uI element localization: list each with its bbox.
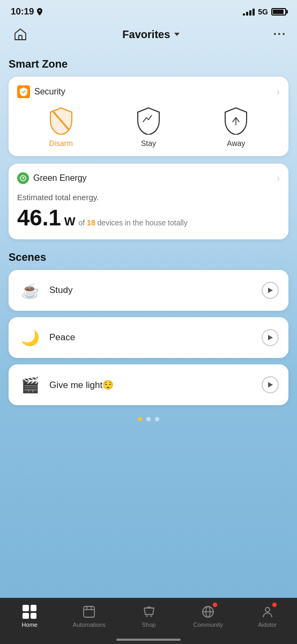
home-nav-icon	[22, 604, 37, 619]
nav-home[interactable]: Home	[13, 604, 46, 628]
scene-study-left: ☕ Study	[18, 279, 72, 302]
security-actions: Disarm Stay	[17, 107, 280, 148]
nav-shop[interactable]: Shop	[133, 604, 165, 628]
security-card-header: Security ›	[17, 85, 280, 98]
page-dots	[9, 412, 288, 429]
scene-light-label: Give me light😌	[49, 379, 114, 391]
status-time: 10:19	[11, 6, 43, 17]
energy-card-header: Green Energy ›	[17, 172, 280, 184]
away-button[interactable]: Away	[222, 107, 250, 148]
status-right: 5G	[243, 8, 286, 16]
status-bar: 10:19 5G	[0, 0, 297, 20]
energy-suffix: of 18 devices in the house totally	[79, 218, 188, 227]
page-dot-2[interactable]	[146, 417, 151, 421]
disarm-icon	[47, 107, 75, 135]
energy-label-group: Green Energy	[17, 172, 87, 184]
energy-chevron-icon[interactable]: ›	[277, 173, 280, 184]
nav-automations[interactable]: Automations	[73, 604, 106, 628]
svg-marker-4	[268, 288, 273, 293]
svg-point-16	[265, 608, 270, 612]
away-icon	[222, 107, 250, 135]
battery-icon	[271, 8, 286, 16]
disarm-button[interactable]: Disarm	[47, 107, 75, 148]
nav-aidotor[interactable]: Aidotor	[251, 604, 284, 628]
energy-number: 46.1	[17, 205, 61, 231]
disarm-label: Disarm	[49, 139, 72, 148]
home-indicator-bar	[116, 639, 181, 641]
nav-home-label: Home	[22, 621, 38, 628]
scene-study-play-button[interactable]	[262, 282, 279, 299]
scenes-title: Scenes	[9, 251, 288, 264]
community-nav-icon	[201, 604, 216, 619]
scene-light-left: 🎬 Give me light😌	[18, 373, 114, 397]
location-icon	[36, 8, 43, 16]
scene-peace-label: Peace	[49, 332, 75, 343]
stay-label: Stay	[141, 139, 156, 148]
svg-rect-0	[19, 35, 22, 40]
svg-point-11	[146, 616, 147, 617]
smart-zone-title: Smart Zone	[9, 58, 288, 70]
security-shield-icon	[17, 85, 30, 98]
home-icon[interactable]	[11, 25, 30, 44]
stay-icon	[135, 107, 162, 135]
scene-give-me-light-card: 🎬 Give me light😌	[9, 364, 288, 405]
security-label-group: Security	[17, 85, 65, 98]
away-label: Away	[227, 139, 245, 148]
dropdown-icon	[173, 31, 181, 38]
aidotor-badge	[272, 603, 277, 607]
scene-peace-left: 🌙 Peace	[18, 326, 75, 349]
nav-shop-label: Shop	[142, 621, 156, 628]
svg-rect-7	[84, 606, 94, 617]
shop-nav-icon	[142, 604, 157, 619]
security-card: Security › Disarm	[9, 77, 288, 156]
energy-card: Green Energy › Estimated total energy. 4…	[9, 164, 288, 239]
bottom-nav: Home Automations Shop	[0, 598, 297, 639]
signal-icon	[243, 9, 255, 16]
more-button[interactable]: ···	[273, 27, 286, 41]
scene-peace-card: 🌙 Peace	[9, 317, 288, 358]
scene-light-icon: 🎬	[18, 373, 42, 397]
scene-study-card: ☕ Study	[9, 270, 288, 311]
scenes-section: Scenes ☕ Study 🌙 Peace	[9, 249, 288, 412]
scene-study-icon: ☕	[18, 279, 42, 302]
automations-nav-icon	[81, 604, 96, 619]
5g-label: 5G	[258, 8, 268, 16]
security-chevron-icon[interactable]: ›	[277, 86, 280, 98]
nav-community[interactable]: Community	[192, 604, 224, 628]
header-title[interactable]: Favorites	[122, 28, 181, 41]
community-badge	[213, 603, 217, 607]
scene-light-play-button[interactable]	[262, 376, 279, 393]
nav-community-label: Community	[193, 621, 223, 628]
nav-aidotor-label: Aidotor	[258, 621, 277, 628]
header: Favorites ···	[0, 20, 297, 50]
svg-marker-6	[268, 382, 273, 387]
aidotor-nav-icon	[260, 604, 275, 619]
scene-study-label: Study	[49, 285, 72, 296]
energy-description: Estimated total energy.	[17, 193, 280, 202]
svg-marker-5	[268, 335, 273, 340]
energy-value-group: 46.1 W of 18 devices in the house totall…	[17, 205, 280, 231]
scene-peace-icon: 🌙	[18, 326, 42, 349]
scene-peace-play-button[interactable]	[262, 329, 279, 346]
page-dot-3[interactable]	[155, 417, 159, 421]
home-indicator	[0, 639, 297, 644]
green-energy-icon	[17, 172, 29, 184]
svg-point-12	[150, 616, 152, 617]
energy-unit: W	[64, 215, 76, 229]
nav-automations-label: Automations	[73, 621, 106, 628]
energy-device-count: 18	[87, 218, 95, 227]
page-dot-1[interactable]	[138, 417, 142, 421]
stay-button[interactable]: Stay	[135, 107, 162, 148]
main-content: Smart Zone Security ›	[0, 50, 297, 598]
